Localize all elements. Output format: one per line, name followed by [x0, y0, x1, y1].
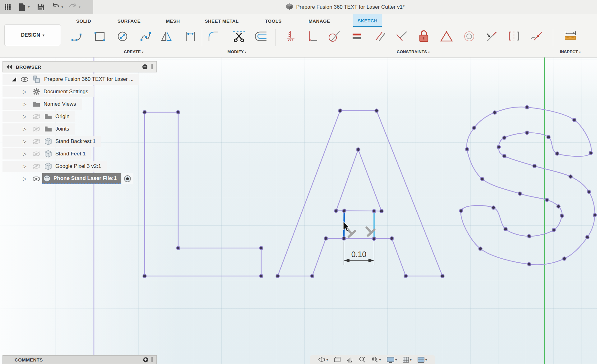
- browser-row-named-views[interactable]: ▷ Named Views: [2, 99, 82, 110]
- fix-support-icon[interactable]: [282, 28, 298, 45]
- group-label-inspect[interactable]: INSPECT ▾: [560, 49, 581, 54]
- letter-A-line[interactable]: [312, 238, 326, 276]
- collapsed-caret-icon[interactable]: ▷: [19, 89, 30, 94]
- sketch-vertex[interactable]: [143, 274, 146, 278]
- undo-history-caret-icon[interactable]: ▾: [62, 5, 63, 9]
- sketch-canvas[interactable]: 0.10 BROWSER Prepare: [0, 58, 597, 364]
- browser-row-stand-feet[interactable]: ▷ Stand Feet:1: [2, 148, 91, 159]
- sketch-vertex[interactable]: [339, 109, 342, 113]
- redo-history-caret-icon[interactable]: ▾: [79, 5, 81, 9]
- sketch-vertex[interactable]: [497, 145, 501, 149]
- fillet-icon[interactable]: [205, 28, 221, 45]
- letter-A-line[interactable]: [278, 111, 340, 276]
- letter-A-line[interactable]: [392, 238, 406, 276]
- horizontal-vertical-icon[interactable]: [304, 28, 320, 45]
- collapse-panel-icon[interactable]: [7, 65, 12, 69]
- sketch-vertex[interactable]: [479, 247, 482, 251]
- dimension-annotation[interactable]: 0.10: [344, 242, 374, 265]
- browser-row-root[interactable]: Prepare Fusion 360 TEXT for Laser ...: [2, 74, 139, 85]
- sketch-vertex[interactable]: [525, 131, 529, 135]
- rectangle-icon[interactable]: [92, 28, 108, 45]
- sketch-vertex[interactable]: [390, 237, 394, 240]
- orbit-tool[interactable]: ▾: [318, 357, 328, 363]
- sketch-vertex[interactable]: [324, 237, 328, 240]
- browser-header[interactable]: BROWSER: [2, 61, 157, 72]
- browser-row-google-pixel[interactable]: ▷ Google Pixel 3 v2:1: [2, 161, 107, 172]
- sketch-dimension-icon[interactable]: [182, 28, 198, 45]
- collapsed-caret-icon[interactable]: ▷: [19, 176, 30, 182]
- equal-icon[interactable]: [349, 28, 365, 45]
- sketch-vertex[interactable]: [373, 237, 376, 241]
- letter-L-outline[interactable]: [145, 112, 261, 276]
- sketch-vertex[interactable]: [518, 192, 522, 196]
- fit-tool[interactable]: ▾: [372, 357, 381, 363]
- document-tab[interactable]: Prepare Fusion 360 TEXT for Laser Cutter…: [93, 0, 597, 14]
- sketch-vertex[interactable]: [373, 210, 376, 213]
- visibility-eye-icon[interactable]: [19, 77, 30, 82]
- browser-row-origin[interactable]: ▷ Origin: [2, 111, 75, 122]
- sketch-vertex[interactable]: [503, 136, 506, 140]
- sketch-vertex[interactable]: [492, 206, 495, 210]
- redo-icon[interactable]: [69, 3, 77, 11]
- sketch-vertex[interactable]: [460, 209, 463, 213]
- perpendicular-constraint-badge[interactable]: [363, 225, 375, 236]
- sketch-vertex[interactable]: [560, 214, 564, 218]
- selected-row-highlight[interactable]: Phone Stand Laser File:1: [42, 173, 121, 184]
- perpendicular-icon[interactable]: [394, 28, 410, 45]
- sketch-vertex[interactable]: [404, 274, 408, 278]
- sketch-vertex[interactable]: [335, 209, 338, 213]
- sketch-vertex[interactable]: [563, 257, 566, 260]
- tab-surface[interactable]: SURFACE: [114, 16, 144, 26]
- sketch-vertex[interactable]: [342, 237, 346, 240]
- tab-sheet-metal[interactable]: SHEET METAL: [201, 16, 242, 26]
- fit-caret-icon[interactable]: ▾: [379, 358, 381, 362]
- letter-A-line[interactable]: [358, 150, 382, 211]
- line-icon[interactable]: [69, 28, 86, 45]
- display-settings[interactable]: ▾: [387, 357, 397, 363]
- sketch-vertex[interactable]: [375, 109, 378, 113]
- save-icon[interactable]: [37, 3, 45, 11]
- collapsed-caret-icon[interactable]: ▷: [19, 101, 30, 107]
- sketch-vertex[interactable]: [357, 148, 360, 151]
- polygon-icon[interactable]: [438, 28, 455, 45]
- tab-tools[interactable]: TOOLS: [261, 16, 285, 26]
- sketch-vertex[interactable]: [593, 214, 597, 217]
- look-at-tool[interactable]: [334, 357, 341, 362]
- comments-bar[interactable]: COMMENTS: [2, 355, 157, 364]
- tab-mesh[interactable]: MESH: [162, 16, 184, 26]
- spline-icon[interactable]: [138, 28, 154, 45]
- sketch-vertex[interactable]: [276, 274, 280, 278]
- viewports-settings[interactable]: ▾: [418, 357, 427, 363]
- offset-icon[interactable]: [252, 28, 269, 45]
- activate-component-radio[interactable]: [122, 173, 133, 184]
- app-grid-icon[interactable]: [4, 3, 12, 11]
- mirror-icon[interactable]: [158, 28, 174, 45]
- symmetry-icon[interactable]: [506, 28, 522, 45]
- display-caret-icon[interactable]: ▾: [395, 358, 397, 362]
- browser-row-stand-backrest[interactable]: ▷ Stand Backrest:1: [2, 136, 101, 147]
- collapsed-caret-icon[interactable]: ▷: [19, 139, 30, 144]
- sketch-vertex[interactable]: [556, 152, 559, 155]
- sketch-vertex[interactable]: [552, 228, 556, 232]
- hidden-eye-icon[interactable]: [30, 114, 42, 119]
- tangent-icon[interactable]: [326, 28, 342, 45]
- sketch-vertex[interactable]: [473, 126, 476, 130]
- curvature-icon[interactable]: [528, 28, 544, 45]
- circle-icon[interactable]: [114, 28, 131, 45]
- letter-S-outline[interactable]: [461, 107, 595, 265]
- sketch-vertices[interactable]: [143, 106, 597, 278]
- sketch-vertex[interactable]: [569, 175, 572, 178]
- sketch-vertex[interactable]: [528, 263, 531, 266]
- sketch-vertex[interactable]: [573, 118, 576, 122]
- sketch-vertex[interactable]: [589, 151, 593, 155]
- sketch-vertex[interactable]: [380, 210, 383, 213]
- pan-tool[interactable]: [347, 357, 353, 363]
- tab-sketch[interactable]: SKETCH: [353, 14, 382, 27]
- group-label-create[interactable]: CREATE ▾: [124, 49, 143, 54]
- sketch-vertex[interactable]: [587, 190, 591, 194]
- sketch-vertex[interactable]: [504, 228, 507, 231]
- sketch-vertex[interactable]: [465, 148, 469, 151]
- grid-caret-icon[interactable]: ▾: [410, 358, 412, 362]
- sketch-vertex[interactable]: [481, 177, 484, 181]
- sketch-vertex[interactable]: [441, 274, 444, 278]
